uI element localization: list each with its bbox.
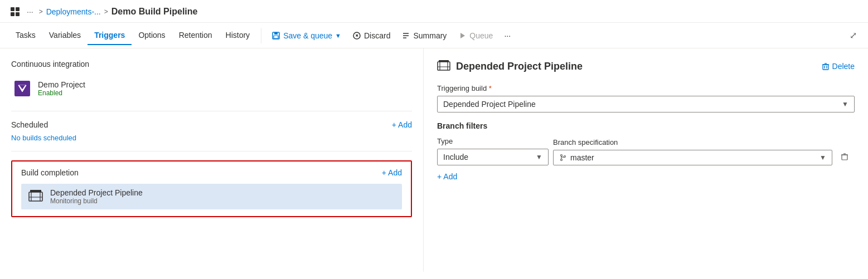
- triggering-build-value: Depended Project Pipeline: [443, 100, 842, 109]
- scheduled-divider: [11, 151, 412, 151]
- svg-marker-10: [460, 33, 465, 38]
- svg-rect-3: [16, 12, 20, 16]
- svg-point-29: [561, 155, 562, 156]
- summary-icon: [401, 31, 410, 40]
- svg-rect-33: [842, 155, 847, 160]
- pipeline-list-item[interactable]: Depended Project Pipeline Monitoring bui…: [21, 184, 402, 209]
- svg-rect-23: [439, 60, 449, 62]
- pipeline-item-name: Depended Project Pipeline: [50, 188, 143, 197]
- right-panel: Depended Project Pipeline Delete Trigger…: [424, 48, 868, 272]
- scheduled-add-button[interactable]: + Add: [392, 120, 412, 129]
- left-panel: Continuous integration Demo Project Enab…: [0, 48, 424, 272]
- right-panel-header: Depended Project Pipeline Delete: [437, 60, 855, 73]
- tab-options[interactable]: Options: [132, 26, 172, 45]
- ci-project-icon: [13, 80, 31, 97]
- svg-rect-18: [30, 190, 41, 192]
- queue-button[interactable]: Queue: [452, 28, 498, 43]
- save-queue-button[interactable]: Save & queue ▼: [266, 28, 347, 43]
- build-completion-add-button[interactable]: + Add: [382, 168, 402, 177]
- svg-rect-19: [438, 62, 450, 70]
- svg-rect-6: [274, 36, 278, 38]
- right-panel-icon: [437, 60, 450, 73]
- type-chevron-icon: ▼: [536, 153, 542, 161]
- right-panel-title-row: Depended Project Pipeline: [437, 60, 583, 73]
- expand-button[interactable]: ⤢: [847, 28, 859, 43]
- build-completion-section: Build completion + Add Depended Project …: [11, 160, 412, 217]
- svg-rect-5: [274, 32, 278, 35]
- svg-rect-24: [823, 65, 828, 70]
- svg-rect-1: [16, 7, 20, 11]
- discard-button[interactable]: Discard: [347, 28, 396, 43]
- type-dropdown[interactable]: Include ▼: [437, 149, 549, 165]
- triggering-build-dropdown[interactable]: Depended Project Pipeline ▼: [437, 96, 855, 112]
- summary-label: Summary: [413, 31, 447, 40]
- tab-retention[interactable]: Retention: [172, 26, 219, 45]
- branch-filters-title: Branch filters: [437, 121, 855, 130]
- tab-variables[interactable]: Variables: [42, 26, 88, 45]
- tab-triggers[interactable]: Triggers: [88, 26, 132, 45]
- summary-button[interactable]: Summary: [396, 28, 452, 43]
- breadcrumb-link1[interactable]: Deployments-...: [46, 7, 101, 16]
- scheduled-header: Scheduled + Add: [11, 120, 412, 129]
- triggering-build-label: Triggering build *: [437, 84, 855, 92]
- branch-filter-add-button[interactable]: + Add: [437, 172, 457, 181]
- branch-filters-section: Branch filters Type Include ▼ Branch spe…: [437, 121, 855, 181]
- breadcrumb-dots[interactable]: ···: [25, 6, 36, 17]
- save-icon: [271, 31, 280, 40]
- pipeline-item-sub: Monitoring build: [50, 197, 143, 205]
- discard-icon: [352, 31, 361, 40]
- type-col-header: Type: [437, 137, 549, 145]
- scheduled-no-items: No builds scheduled: [11, 134, 412, 142]
- branch-spec-value: master: [570, 153, 816, 162]
- delete-icon: [822, 62, 830, 70]
- delete-button[interactable]: Delete: [822, 62, 855, 71]
- branch-spec-dropdown[interactable]: master ▼: [553, 150, 832, 165]
- branch-spec-col-header: Branch specification: [553, 138, 832, 146]
- main-content: Continuous integration Demo Project Enab…: [0, 48, 868, 272]
- scheduled-title: Scheduled: [11, 120, 48, 129]
- branch-filters-grid: Type Include ▼ Branch specification: [437, 137, 855, 165]
- toolbar: Tasks Variables Triggers Options Retenti…: [0, 23, 868, 48]
- ci-item[interactable]: Demo Project Enabled: [11, 75, 412, 102]
- required-indicator: *: [489, 84, 492, 92]
- right-panel-title: Depended Project Pipeline: [456, 61, 583, 72]
- tab-tasks[interactable]: Tasks: [9, 26, 42, 45]
- pipeline-item-icon: [28, 189, 43, 204]
- breadcrumb-current: Demo Build Pipeline: [111, 7, 198, 17]
- ci-project-status: Enabled: [38, 89, 85, 97]
- toolbar-separator: [261, 28, 261, 43]
- save-queue-chevron[interactable]: ▼: [335, 32, 341, 39]
- ci-divider: [11, 111, 412, 111]
- delete-row-button[interactable]: [837, 148, 852, 165]
- ci-project-name: Demo Project: [38, 80, 85, 89]
- app-icon: [9, 6, 21, 18]
- triggering-build-chevron-icon: ▼: [842, 100, 848, 108]
- branch-spec-chevron-icon: ▼: [819, 154, 826, 161]
- svg-rect-0: [11, 7, 14, 11]
- breadcrumb-sep1: >: [39, 8, 43, 16]
- queue-label: Queue: [469, 31, 493, 40]
- more-icon: ···: [504, 31, 511, 40]
- queue-icon: [458, 31, 467, 40]
- breadcrumb-sep2: >: [104, 8, 108, 16]
- triggering-build-field: Triggering build * Depended Project Pipe…: [437, 84, 855, 112]
- tab-history[interactable]: History: [219, 26, 257, 45]
- build-completion-header: Build completion + Add: [21, 168, 402, 177]
- breadcrumb-bar: ··· > Deployments-... > Demo Build Pipel…: [0, 0, 868, 23]
- delete-row-icon: [841, 153, 848, 160]
- svg-point-30: [561, 159, 562, 161]
- ci-section-title: Continuous integration: [11, 60, 412, 68]
- build-completion-title: Build completion: [21, 168, 79, 177]
- git-branch-icon: [559, 154, 567, 161]
- save-queue-label: Save & queue: [283, 31, 332, 40]
- discard-label: Discard: [364, 31, 390, 40]
- delete-label: Delete: [832, 62, 855, 71]
- more-button[interactable]: ···: [498, 28, 516, 43]
- type-value: Include: [443, 153, 536, 161]
- svg-rect-2: [11, 12, 14, 16]
